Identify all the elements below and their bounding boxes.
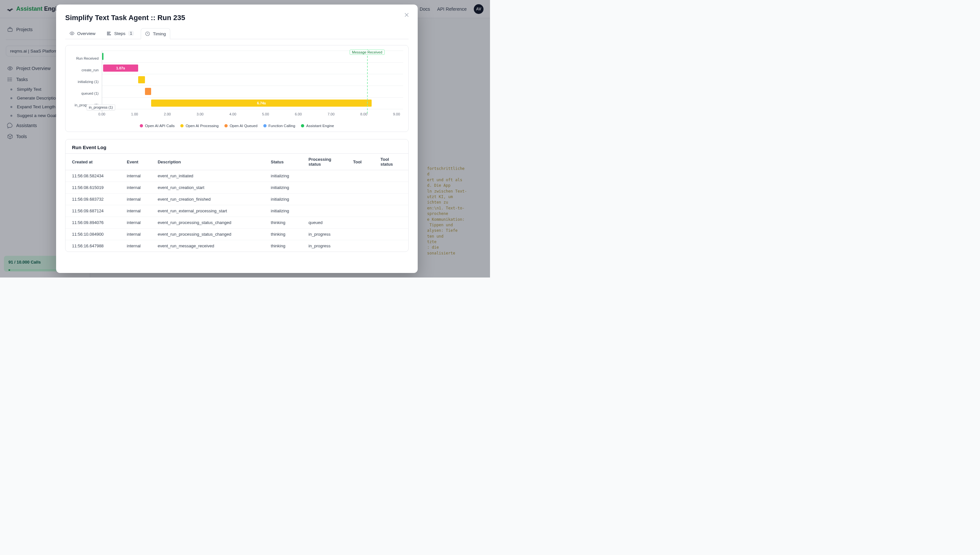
tab-steps[interactable]: Steps 1 bbox=[102, 28, 138, 39]
legend-label: Function Calling bbox=[268, 124, 295, 128]
table-row[interactable]: 11:56:08.582434internalevent_run_initiat… bbox=[66, 170, 408, 182]
chart-marker-line bbox=[367, 49, 368, 114]
chart-x-axis: 0.001.002.003.004.005.006.007.008.009.00 bbox=[102, 112, 403, 117]
table-row[interactable]: 11:56:08.615019internalevent_run_creatio… bbox=[66, 182, 408, 194]
tab-overview[interactable]: Overview bbox=[65, 28, 100, 39]
eye-icon bbox=[69, 31, 75, 36]
chart-y-label: initializing (1) bbox=[71, 76, 99, 88]
table-cell bbox=[347, 182, 374, 194]
table-row[interactable]: 11:56:16.647988internalevent_run_message… bbox=[66, 240, 408, 252]
chart-marker-label: Message Received bbox=[350, 50, 385, 55]
table-cell: event_run_message_received bbox=[151, 240, 264, 252]
table-cell: 11:56:16.647988 bbox=[66, 240, 120, 252]
table-cell: 11:56:08.615019 bbox=[66, 182, 120, 194]
table-header-cell: Status bbox=[264, 154, 302, 170]
legend-label: Open AI Queued bbox=[230, 124, 257, 128]
chart-bar[interactable]: 1.07s bbox=[103, 64, 138, 72]
table-cell: 11:56:08.582434 bbox=[66, 170, 120, 182]
table-cell bbox=[302, 182, 346, 194]
table-header-cell: Created at bbox=[66, 154, 120, 170]
event-log-panel: Run Event Log Created atEventDescription… bbox=[65, 139, 409, 252]
table-cell: thinking bbox=[264, 217, 302, 229]
table-cell: event_run_creation_start bbox=[151, 182, 264, 194]
svg-rect-15 bbox=[107, 34, 111, 35]
event-log-table: Created atEventDescriptionStatusProcessi… bbox=[66, 153, 408, 252]
table-cell: initializing bbox=[264, 170, 302, 182]
legend-item: Open AI Queued bbox=[224, 124, 257, 128]
chart-y-label: Run Received bbox=[71, 53, 99, 64]
tab-timing[interactable]: Timing bbox=[141, 28, 170, 39]
table-row[interactable]: 11:56:09.687124internalevent_run_externa… bbox=[66, 205, 408, 217]
table-cell: event_run_processing_status_changed bbox=[151, 229, 264, 240]
table-cell bbox=[347, 229, 374, 240]
table-cell: in_progress bbox=[302, 240, 346, 252]
table-header-cell: Tool bbox=[347, 154, 374, 170]
table-header-row: Created atEventDescriptionStatusProcessi… bbox=[66, 154, 408, 170]
tab-label: Overview bbox=[77, 31, 95, 36]
table-cell bbox=[374, 182, 408, 194]
chart-x-tick: 9.00 bbox=[393, 112, 400, 116]
table-cell: 11:56:09.894076 bbox=[66, 217, 120, 229]
chart-bar[interactable] bbox=[138, 76, 145, 83]
svg-rect-14 bbox=[107, 33, 109, 34]
chart-bar[interactable] bbox=[145, 88, 151, 95]
chart-x-tick: 1.00 bbox=[131, 112, 138, 116]
legend-item: Open AI API Calls bbox=[140, 124, 175, 128]
legend-swatch-icon bbox=[180, 124, 183, 127]
table-cell bbox=[374, 194, 408, 205]
legend-swatch-icon bbox=[301, 124, 304, 127]
chart-bar[interactable] bbox=[102, 53, 103, 60]
chart-x-tick: 0.00 bbox=[98, 112, 105, 116]
legend-label: Open AI API Calls bbox=[145, 124, 175, 128]
table-cell: thinking bbox=[264, 240, 302, 252]
clock-icon bbox=[145, 31, 150, 36]
table-cell: internal bbox=[120, 217, 151, 229]
table-cell: 11:56:10.084900 bbox=[66, 229, 120, 240]
table-cell bbox=[302, 170, 346, 182]
table-cell bbox=[347, 240, 374, 252]
chart-x-tick: 5.00 bbox=[262, 112, 269, 116]
table-cell: initializing bbox=[264, 205, 302, 217]
table-row[interactable]: 11:56:09.683732internalevent_run_creatio… bbox=[66, 194, 408, 205]
chart-x-tick: 6.00 bbox=[295, 112, 302, 116]
chart-x-tick: 3.00 bbox=[196, 112, 203, 116]
chart-tooltip: in_progress (1) bbox=[87, 104, 115, 110]
table-cell: event_run_initiated bbox=[151, 170, 264, 182]
table-row[interactable]: 11:56:10.084900internalevent_run_process… bbox=[66, 229, 408, 240]
legend-label: Open AI Processing bbox=[185, 124, 218, 128]
table-cell bbox=[374, 240, 408, 252]
table-header-cell: Description bbox=[151, 154, 264, 170]
tab-label: Timing bbox=[153, 31, 166, 36]
legend-label: Assistant Engine bbox=[306, 124, 334, 128]
table-cell: internal bbox=[120, 182, 151, 194]
table-cell: event_run_processing_status_changed bbox=[151, 217, 264, 229]
close-button[interactable] bbox=[402, 10, 411, 19]
table-cell: in_progress bbox=[302, 229, 346, 240]
table-cell bbox=[347, 170, 374, 182]
table-cell: internal bbox=[120, 229, 151, 240]
table-cell: 11:56:09.683732 bbox=[66, 194, 120, 205]
table-row[interactable]: 11:56:09.894076internalevent_run_process… bbox=[66, 217, 408, 229]
table-cell: 11:56:09.687124 bbox=[66, 205, 120, 217]
chart-y-label: create_run bbox=[71, 64, 99, 76]
table-cell: event_run_creation_finished bbox=[151, 194, 264, 205]
table-cell bbox=[374, 229, 408, 240]
table-cell: queued bbox=[302, 217, 346, 229]
table-cell bbox=[302, 205, 346, 217]
legend-swatch-icon bbox=[263, 124, 267, 127]
timing-chart: 1.07s6.74sMessage Receivedin_progress (1… bbox=[102, 51, 403, 122]
table-cell: thinking bbox=[264, 229, 302, 240]
table-cell bbox=[347, 217, 374, 229]
steps-count-badge: 1 bbox=[128, 31, 134, 36]
legend-swatch-icon bbox=[224, 124, 228, 127]
svg-rect-13 bbox=[107, 32, 110, 32]
table-cell: initializing bbox=[264, 182, 302, 194]
chart-bar[interactable]: 6.74s bbox=[151, 99, 372, 107]
table-cell bbox=[347, 194, 374, 205]
table-cell bbox=[374, 205, 408, 217]
table-cell bbox=[347, 205, 374, 217]
table-cell bbox=[374, 217, 408, 229]
legend-item: Function Calling bbox=[263, 124, 295, 128]
modal-title: Simplify Text Task Agent :: Run 235 bbox=[65, 14, 409, 22]
table-header-cell: Tool status bbox=[374, 154, 408, 170]
